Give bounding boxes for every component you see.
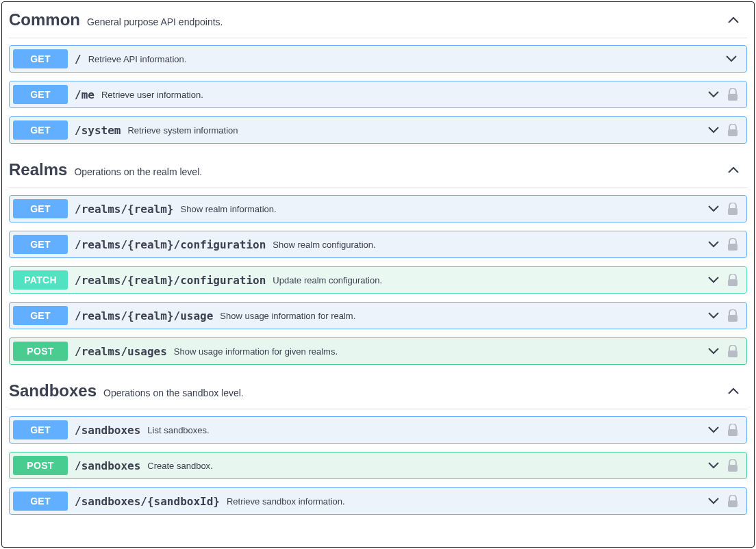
endpoint-path: /realms/{realm}/configuration — [75, 238, 266, 251]
section-header-sandboxes[interactable]: Sandboxes Operations on the sandbox leve… — [9, 373, 747, 409]
endpoint-path: /realms/usages — [75, 345, 167, 358]
chevron-down-icon[interactable] — [707, 496, 720, 506]
chevron-down-icon[interactable] — [707, 311, 720, 320]
lock-icon[interactable] — [727, 124, 738, 136]
operation-row[interactable]: GET /sandboxes/{sandboxId} Retrieve sand… — [9, 487, 747, 515]
operation-row[interactable]: PATCH /realms/{realm}/configuration Upda… — [9, 266, 747, 294]
lock-icon[interactable] — [727, 459, 738, 472]
endpoint-summary: List sandboxes. — [147, 425, 707, 435]
endpoint-summary: Update realm configuration. — [273, 275, 707, 285]
method-badge: GET — [13, 85, 68, 104]
lock-icon[interactable] — [727, 203, 738, 215]
lock-icon[interactable] — [727, 309, 738, 322]
endpoint-path: /sandboxes/{sandboxId} — [75, 495, 220, 508]
method-badge: POST — [13, 456, 68, 475]
lock-icon[interactable] — [727, 345, 738, 357]
endpoint-path: /sandboxes — [75, 459, 140, 472]
svg-rect-0 — [728, 94, 738, 101]
endpoint-summary: Show usage information for realm. — [220, 311, 707, 321]
section-collapse-icon[interactable] — [727, 386, 740, 396]
svg-rect-4 — [728, 279, 738, 286]
operation-row[interactable]: POST /sandboxes Create sandbox. — [9, 452, 747, 479]
svg-rect-6 — [728, 350, 738, 357]
section-desc: General purpose API endpoints. — [87, 16, 223, 27]
section-title: Common — [9, 10, 80, 29]
section-title: Realms — [9, 160, 67, 179]
operation-row[interactable]: POST /realms/usages Show usage informati… — [9, 337, 747, 365]
svg-rect-8 — [728, 465, 738, 472]
section-title: Sandboxes — [9, 381, 97, 400]
method-badge: GET — [13, 49, 68, 68]
endpoint-summary: Retrieve API information. — [88, 54, 724, 64]
chevron-up-icon — [727, 386, 740, 396]
endpoint-path: /realms/{realm}/usage — [75, 309, 213, 322]
lock-icon[interactable] — [727, 238, 738, 251]
svg-rect-7 — [728, 429, 738, 436]
section-desc: Operations on the sandbox level. — [103, 387, 244, 398]
operation-row[interactable]: GET /realms/{realm} Show realm informati… — [9, 195, 747, 222]
chevron-down-icon[interactable] — [724, 54, 738, 64]
endpoint-summary: Retrieve sandbox information. — [227, 496, 707, 507]
section-desc: Operations on the realm level. — [74, 166, 202, 177]
lock-icon[interactable] — [727, 274, 738, 286]
section-header-common[interactable]: Common General purpose API endpoints. — [9, 2, 747, 38]
method-badge: GET — [13, 420, 68, 439]
operation-row[interactable]: GET /system Retrieve system information — [9, 116, 747, 144]
endpoint-summary: Show realm configuration. — [273, 240, 707, 250]
operation-row[interactable]: GET /realms/{realm}/usage Show usage inf… — [9, 302, 747, 329]
svg-rect-9 — [728, 500, 738, 507]
chevron-down-icon[interactable] — [707, 240, 720, 249]
lock-icon[interactable] — [727, 88, 738, 101]
endpoint-summary: Retrieve user information. — [101, 90, 707, 100]
section-divider — [9, 409, 747, 409]
section-header-realms[interactable]: Realms Operations on the realm level. — [9, 152, 747, 188]
operation-row[interactable]: GET /me Retrieve user information. — [9, 81, 747, 108]
chevron-up-icon — [727, 15, 740, 25]
section-collapse-icon[interactable] — [727, 15, 740, 25]
chevron-down-icon[interactable] — [707, 204, 720, 214]
chevron-down-icon[interactable] — [707, 90, 720, 99]
method-badge: GET — [13, 306, 68, 325]
lock-icon[interactable] — [727, 495, 738, 507]
chevron-down-icon[interactable] — [707, 346, 720, 356]
chevron-down-icon[interactable] — [707, 425, 720, 435]
operation-row[interactable]: GET /sandboxes List sandboxes. — [9, 416, 747, 444]
endpoint-path: /system — [75, 124, 121, 137]
operation-row[interactable]: GET /realms/{realm}/configuration Show r… — [9, 231, 747, 258]
lock-icon[interactable] — [727, 424, 738, 436]
section-divider — [9, 188, 747, 188]
method-badge: GET — [13, 199, 68, 218]
endpoint-summary: Show realm information. — [181, 204, 707, 214]
method-badge: GET — [13, 120, 68, 140]
endpoint-path: / — [75, 53, 81, 66]
section-collapse-icon[interactable] — [727, 165, 740, 175]
method-badge: PATCH — [13, 270, 68, 290]
endpoint-path: /sandboxes — [75, 424, 140, 437]
operation-row[interactable]: GET / Retrieve API information. — [9, 45, 747, 73]
method-badge: GET — [13, 235, 68, 254]
method-badge: GET — [13, 491, 68, 511]
endpoint-summary: Retrieve system information — [127, 125, 707, 136]
endpoint-path: /me — [75, 88, 94, 101]
endpoint-summary: Show usage information for given realms. — [174, 346, 707, 357]
svg-rect-1 — [728, 129, 738, 136]
svg-rect-2 — [728, 208, 738, 215]
chevron-down-icon[interactable] — [707, 461, 720, 470]
endpoint-path: /realms/{realm} — [75, 203, 174, 216]
chevron-down-icon[interactable] — [707, 125, 720, 135]
method-badge: POST — [13, 342, 68, 361]
chevron-down-icon[interactable] — [707, 275, 720, 285]
api-doc-frame: Common General purpose API endpoints. GE… — [1, 1, 755, 548]
chevron-up-icon — [727, 165, 740, 175]
section-divider — [9, 38, 747, 38]
endpoint-path: /realms/{realm}/configuration — [75, 274, 266, 287]
svg-rect-5 — [728, 315, 738, 322]
svg-rect-3 — [728, 244, 738, 251]
endpoint-summary: Create sandbox. — [147, 461, 707, 471]
